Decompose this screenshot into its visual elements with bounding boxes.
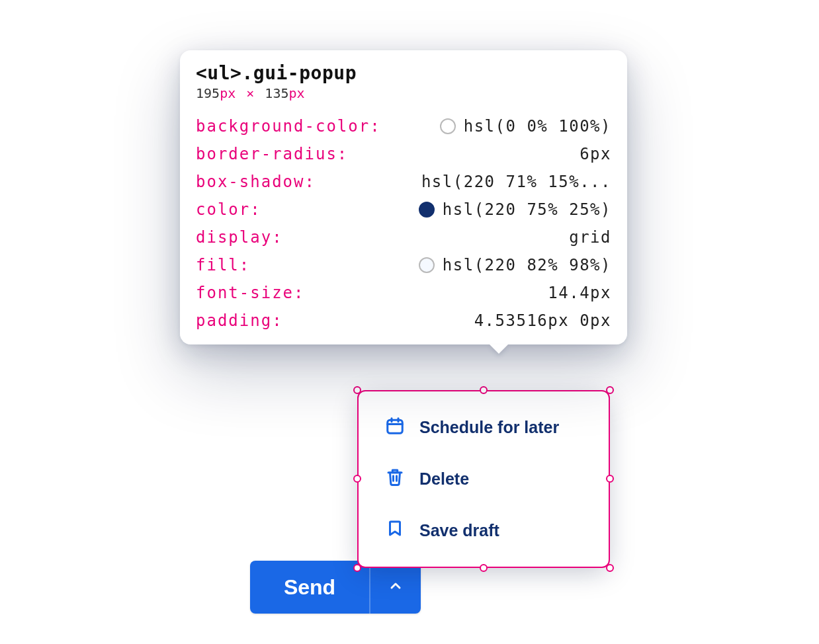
property-value-text: 14.4px [548,284,611,302]
send-split-button: Send [250,561,421,614]
property-name: color [196,200,261,219]
property-value: grid [569,228,611,247]
property-value: hsl(220 71% 15%... [421,173,611,191]
popup-item-save-draft[interactable]: Save draft [359,510,609,550]
property-value-text: hsl(220 71% 15%... [421,173,611,191]
popup-item-label: Save draft [419,521,499,540]
send-options-toggle[interactable] [369,561,421,614]
inspector-properties: background-colorhsl(0 0% 100%)border-rad… [196,117,611,330]
property-name: display [196,228,283,247]
inspector-property-row: font-size14.4px [196,284,611,302]
calendar-icon [385,416,405,440]
property-value: 6px [580,145,611,163]
popup-item-label: Delete [419,469,469,489]
property-value-text: 6px [580,145,611,163]
selection-handle[interactable] [606,475,614,483]
property-name: border-radius [196,145,348,163]
popup-item-label: Schedule for later [419,418,559,437]
inspector-property-row: border-radius6px [196,145,611,163]
inspector-property-row: colorhsl(220 75% 25%) [196,200,611,219]
color-swatch-icon [440,118,456,134]
property-name: font-size [196,284,305,302]
send-button-label: Send [284,575,335,600]
selection-handle[interactable] [606,386,614,394]
inspector-property-row: background-colorhsl(0 0% 100%) [196,117,611,136]
property-value-text: hsl(220 82% 98%) [443,256,611,274]
bookmark-icon [385,518,405,542]
property-value-text: grid [569,228,611,247]
property-value: hsl(0 0% 100%) [440,117,611,136]
inspector-property-row: displaygrid [196,228,611,247]
property-value: 4.53516px 0px [474,311,611,330]
property-value-text: hsl(0 0% 100%) [464,117,611,136]
selection-handle[interactable] [353,475,361,483]
property-name: padding [196,311,283,330]
color-swatch-icon [419,202,435,218]
property-value-text: hsl(220 75% 25%) [443,200,611,219]
trash-icon [385,467,405,491]
popup-item-schedule[interactable]: Schedule for later [359,408,609,448]
svg-rect-0 [388,420,403,433]
inspector-property-row: fillhsl(220 82% 98%) [196,256,611,274]
popup-item-delete[interactable]: Delete [359,459,609,499]
property-value-text: 4.53516px 0px [474,311,611,330]
dimension-separator: × [243,85,257,101]
property-value: hsl(220 75% 25%) [419,200,611,219]
chevron-up-icon [388,578,404,596]
inspector-element-class: .gui-popup [241,62,357,84]
property-name: background-color [196,117,381,136]
unit: px [220,85,236,101]
selection-handle[interactable] [480,564,488,572]
selection-handle[interactable] [480,386,488,394]
property-value: 14.4px [548,284,611,302]
inspector-width: 195 [196,85,220,101]
property-name: fill [196,256,250,274]
color-swatch-icon [419,257,435,273]
inspector-property-row: padding4.53516px 0px [196,311,611,330]
inspector-dimensions: 195px × 135px [196,85,611,101]
send-button[interactable]: Send [250,561,369,614]
selection-handle[interactable] [353,564,361,572]
inspector-element-tag: <ul> [196,62,241,84]
property-name: box-shadow [196,173,316,191]
property-value: hsl(220 82% 98%) [419,256,611,274]
unit: px [288,85,304,101]
inspector-title: <ul>.gui-popup [196,62,611,84]
selection-handle[interactable] [353,386,361,394]
gui-popup[interactable]: Schedule for later Delete Save draft [357,390,610,568]
inspector-property-row: box-shadowhsl(220 71% 15%... [196,173,611,191]
inspector-height: 135 [265,85,288,101]
element-inspector-tooltip: <ul>.gui-popup 195px × 135px background-… [180,50,627,344]
selection-handle[interactable] [606,564,614,572]
